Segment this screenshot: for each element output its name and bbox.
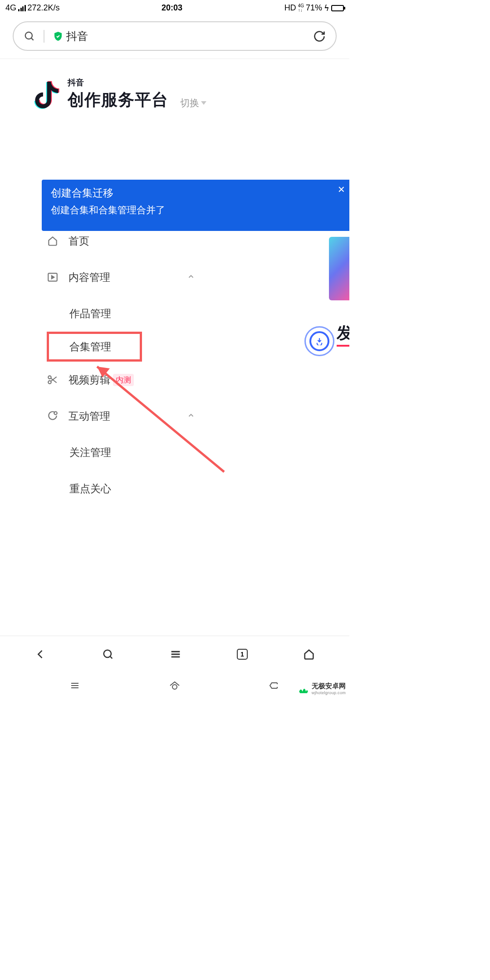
download-icon xyxy=(315,337,323,345)
menu-label: 合集管理 xyxy=(69,340,111,354)
banner-subtitle: 创建合集和合集管理合并了 xyxy=(51,204,340,216)
logo-small: 抖音 xyxy=(68,77,168,88)
tab-count: 1 xyxy=(240,651,244,658)
download-fab[interactable] xyxy=(309,331,329,351)
search-icon[interactable] xyxy=(102,648,114,661)
battery-icon xyxy=(331,5,344,11)
side-tab-underline xyxy=(337,345,349,347)
home-icon xyxy=(47,235,59,247)
browser-toolbar: 1 xyxy=(0,636,349,672)
beta-badge: 内测 xyxy=(113,374,134,386)
menu-label: 关注管理 xyxy=(69,446,111,460)
watermark-icon xyxy=(298,683,309,695)
chevron-up-icon xyxy=(187,410,195,422)
home-icon[interactable] xyxy=(303,648,315,661)
net-speed: 272.2K/s xyxy=(28,3,60,13)
recent-icon[interactable] xyxy=(68,680,82,691)
tabs-button[interactable]: 1 xyxy=(237,649,248,660)
status-right: HD 4G↑↓ 71% ϟ xyxy=(284,3,344,13)
svg-point-4 xyxy=(54,412,57,415)
signal-icon xyxy=(18,5,26,11)
url-search-bar[interactable]: 抖音 xyxy=(13,21,337,51)
shield-check-icon xyxy=(53,31,64,42)
back-icon[interactable] xyxy=(34,648,47,661)
play-square-icon xyxy=(47,271,59,283)
watermark: 无极安卓网 wjhotelgroup.com xyxy=(298,682,346,695)
watermark-en: wjhotelgroup.com xyxy=(312,691,346,695)
net-label: 4G xyxy=(5,3,16,13)
status-left: 4G 272.2K/s xyxy=(5,3,60,13)
system-nav xyxy=(0,672,349,699)
search-text: 抖音 xyxy=(66,29,314,44)
svg-point-8 xyxy=(172,685,177,689)
menu-works[interactable]: 作品管理 xyxy=(47,295,209,332)
page-content: 抖音 创作服务平台 切换 创建合集迁移 创建合集和合集管理合并了 × 首页 内容… xyxy=(0,59,349,507)
side-preview-card[interactable] xyxy=(329,237,349,300)
svg-point-2 xyxy=(48,376,51,379)
switch-label: 切换 xyxy=(180,97,199,109)
reload-icon[interactable] xyxy=(313,30,326,43)
charging-icon: ϟ xyxy=(324,3,329,13)
watermark-cn: 无极安卓网 xyxy=(312,682,346,691)
hd-label: HD xyxy=(284,3,296,13)
chat-icon xyxy=(47,410,59,422)
status-bar: 4G 272.2K/s 20:03 HD 4G↑↓ 71% ϟ xyxy=(0,0,349,16)
chevron-up-icon xyxy=(187,271,195,284)
menu-video-edit[interactable]: 视频剪辑 内测 xyxy=(47,362,209,398)
menu-label: 首页 xyxy=(69,234,89,248)
banner-title: 创建合集迁移 xyxy=(51,186,340,200)
logo-large: 创作服务平台 xyxy=(68,89,168,111)
menu-label: 作品管理 xyxy=(69,307,111,321)
sidebar-menu: 首页 内容管理 作品管理 合集管理 视频剪辑 内测 互动管理 关注管理 重点关心 xyxy=(0,218,209,507)
menu-interact[interactable]: 互动管理 xyxy=(47,398,209,434)
scissors-icon xyxy=(47,374,59,386)
menu-follow[interactable]: 关注管理 xyxy=(47,434,209,470)
menu-home[interactable]: 首页 xyxy=(47,223,209,259)
chevron-down-icon xyxy=(201,101,206,105)
back-nav-icon[interactable] xyxy=(268,680,281,691)
menu-label: 互动管理 xyxy=(69,409,110,423)
svg-point-3 xyxy=(48,381,51,384)
svg-point-0 xyxy=(25,32,32,39)
menu-label: 视频剪辑 xyxy=(69,373,110,387)
divider xyxy=(44,30,44,43)
net-up-down-icon: 4G↑↓ xyxy=(298,4,304,13)
menu-content[interactable]: 内容管理 xyxy=(47,259,209,295)
menu-label: 重点关心 xyxy=(69,482,111,496)
status-time: 20:03 xyxy=(60,3,284,13)
svg-point-7 xyxy=(104,650,111,657)
menu-collection-highlighted[interactable]: 合集管理 xyxy=(47,332,142,362)
battery-pct: 71% xyxy=(306,3,322,13)
menu-icon[interactable] xyxy=(169,648,182,661)
home-nav-icon[interactable] xyxy=(168,680,181,691)
tiktok-logo-icon xyxy=(33,79,60,111)
side-tab-label[interactable]: 发 xyxy=(337,322,349,345)
search-icon xyxy=(24,30,35,42)
platform-title: 抖音 创作服务平台 xyxy=(68,77,168,111)
close-icon[interactable]: × xyxy=(338,183,345,195)
switch-button[interactable]: 切换 xyxy=(180,97,206,109)
menu-focus[interactable]: 重点关心 xyxy=(47,470,209,507)
platform-header: 抖音 创作服务平台 切换 xyxy=(0,77,349,111)
menu-label: 内容管理 xyxy=(69,270,110,284)
